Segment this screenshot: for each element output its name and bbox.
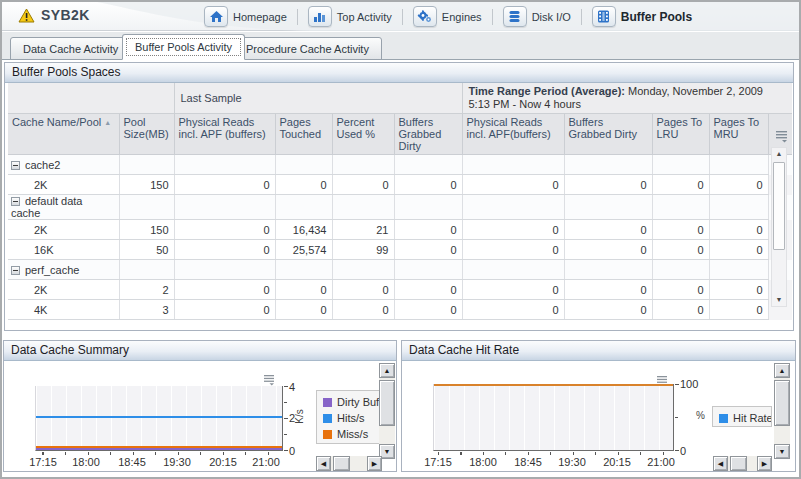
table-group-header-row: Last Sample Time Range Period (Average):… <box>8 83 792 114</box>
value-cell: 150 <box>119 220 174 240</box>
column-header[interactable]: Percent Used % <box>332 114 394 155</box>
scroll-down-arrow[interactable]: ▼ <box>772 295 786 305</box>
chart-legend: Dirty BufHits/sMiss/s <box>316 390 380 444</box>
y-axis-labels: 1000 <box>680 341 706 473</box>
gears-icon <box>413 6 437 27</box>
target-brand: SYB2K <box>18 7 90 23</box>
cache-group-row[interactable]: default data cache <box>8 195 792 220</box>
tab-procedure-cache-activity[interactable]: Procedure Cache Activity <box>233 37 382 60</box>
buffer-pools-icon <box>592 6 616 27</box>
column-header[interactable]: Pool Size(MB) <box>119 114 174 155</box>
scrollbar-thumb[interactable] <box>730 456 747 471</box>
pool-row[interactable]: 2K200000000 <box>8 280 792 300</box>
legend-entry[interactable]: Miss/s <box>323 426 379 442</box>
value-cell: 0 <box>174 220 275 240</box>
column-header[interactable]: Physical Reads incl. APF (buffers) <box>174 114 275 155</box>
legend-entry[interactable]: Dirty Buf <box>323 394 379 410</box>
collapse-icon[interactable] <box>11 197 20 206</box>
scrollbar-thumb[interactable] <box>379 380 395 426</box>
table-detach-menu-icon[interactable] <box>775 129 789 147</box>
scroll-right-arrow[interactable]: ▶ <box>367 456 382 471</box>
value-cell: 50 <box>119 240 174 260</box>
value-cell <box>119 155 174 175</box>
collapse-icon[interactable] <box>11 266 20 275</box>
tab-buffer-pools-activity[interactable]: Buffer Pools Activity <box>122 34 245 60</box>
value-cell: 16,434 <box>275 220 332 240</box>
nav-item-homepage[interactable]: Homepage <box>194 6 297 27</box>
scroll-left-arrow[interactable]: ◀ <box>316 456 331 471</box>
pool-row[interactable]: 4K300000000 <box>8 300 792 320</box>
cache-name-label: 4K <box>34 304 47 316</box>
legend-swatch <box>719 414 728 423</box>
column-header[interactable]: Pages To LRU <box>652 114 709 155</box>
nav-item-disk-io[interactable]: Disk I/O <box>493 6 581 27</box>
column-header[interactable]: Buffers Grabbed Dirty <box>564 114 652 155</box>
column-header[interactable]: Pages To MRU <box>709 114 768 155</box>
value-cell <box>394 195 462 220</box>
scroll-up-arrow[interactable]: ▲ <box>772 149 786 159</box>
nav-item-engines[interactable]: Engines <box>403 6 492 27</box>
x-axis-labels: 17:1518:0018:4519:3020:1521:00 <box>433 456 674 468</box>
value-cell: 0 <box>652 220 709 240</box>
value-cell <box>332 155 394 175</box>
warning-icon <box>18 8 35 23</box>
column-header[interactable]: Buffers Grabbed Dirty <box>394 114 462 155</box>
cache-name-cell: 2K <box>8 175 119 195</box>
buffer-pools-spaces-panel: Buffer Pools Spaces Last Sample Time Ran… <box>4 62 794 331</box>
panel-title: Data Cache Summary <box>4 341 396 361</box>
legend-label: Miss/s <box>337 428 368 440</box>
legend-vertical-scrollbar[interactable]: ▲ ▼ <box>774 363 790 459</box>
legend-horizontal-scrollbar[interactable]: ◀ ▶ <box>713 456 772 471</box>
value-cell <box>394 260 462 280</box>
legend-entry[interactable]: Hit Rate <box>719 410 771 426</box>
value-cell <box>119 195 174 220</box>
nav-label: Homepage <box>233 11 287 23</box>
value-cell: 0 <box>564 240 652 260</box>
column-header[interactable]: Physical Reads incl. APF(buffers) <box>462 114 564 155</box>
x-axis-ticks <box>433 452 674 455</box>
value-cell: 0 <box>564 280 652 300</box>
nav-item-top-activity[interactable]: Top Activity <box>298 6 402 27</box>
y-axis-tick <box>284 450 288 451</box>
column-header[interactable]: Cache Name/Pool▲ <box>8 114 119 155</box>
cache-name-cell: 16K <box>8 240 119 260</box>
series-line <box>434 384 673 386</box>
group-header-time-range: Time Range Period (Average): Monday, Nov… <box>462 83 792 114</box>
column-header[interactable]: Pages Touched <box>275 114 332 155</box>
tab-data-cache-activity[interactable]: Data Cache Activity <box>10 37 131 60</box>
value-cell: 0 <box>174 300 275 320</box>
collapse-icon[interactable] <box>11 161 20 170</box>
value-cell: 0 <box>394 175 462 195</box>
scroll-up-arrow[interactable]: ▲ <box>774 363 790 378</box>
legend-vertical-scrollbar[interactable]: ▲ ▼ <box>379 363 395 459</box>
scroll-left-arrow[interactable]: ◀ <box>713 456 728 471</box>
value-cell: 0 <box>332 175 394 195</box>
legend-entry[interactable]: Hits/s <box>323 410 379 426</box>
scrollbar-thumb[interactable] <box>773 162 785 250</box>
pool-row[interactable]: 16K50025,5749900000 <box>8 240 792 260</box>
cache-group-row[interactable]: cache2 <box>8 155 792 175</box>
table-vertical-scrollbar[interactable]: ▲ ▼ <box>771 147 787 307</box>
value-cell: 0 <box>652 280 709 300</box>
nav-label: Top Activity <box>337 11 392 23</box>
scrollbar-thumb[interactable] <box>333 456 350 471</box>
cache-group-row[interactable]: perf_cache <box>8 260 792 280</box>
scroll-right-arrow[interactable]: ▶ <box>757 456 772 471</box>
scroll-down-arrow[interactable]: ▼ <box>774 444 790 459</box>
nav-item-buffer-pools[interactable]: Buffer Pools <box>582 6 702 27</box>
value-cell: 0 <box>709 300 768 320</box>
scrollbar-thumb[interactable] <box>774 380 790 426</box>
value-cell <box>652 155 709 175</box>
bar-chart-icon <box>308 6 332 27</box>
pool-row[interactable]: 2K15000000000 <box>8 175 792 195</box>
pool-row[interactable]: 2K150016,4342100000 <box>8 220 792 240</box>
nav-label: Disk I/O <box>532 11 571 23</box>
legend-horizontal-scrollbar[interactable]: ◀ ▶ <box>316 456 382 471</box>
value-cell: 0 <box>462 280 564 300</box>
scroll-up-arrow[interactable]: ▲ <box>379 363 395 378</box>
x-tick-label: 17:15 <box>29 456 57 468</box>
value-cell <box>275 195 332 220</box>
value-cell: 0 <box>174 175 275 195</box>
value-cell: 21 <box>332 220 394 240</box>
y-tick-label: 100 <box>680 378 698 390</box>
